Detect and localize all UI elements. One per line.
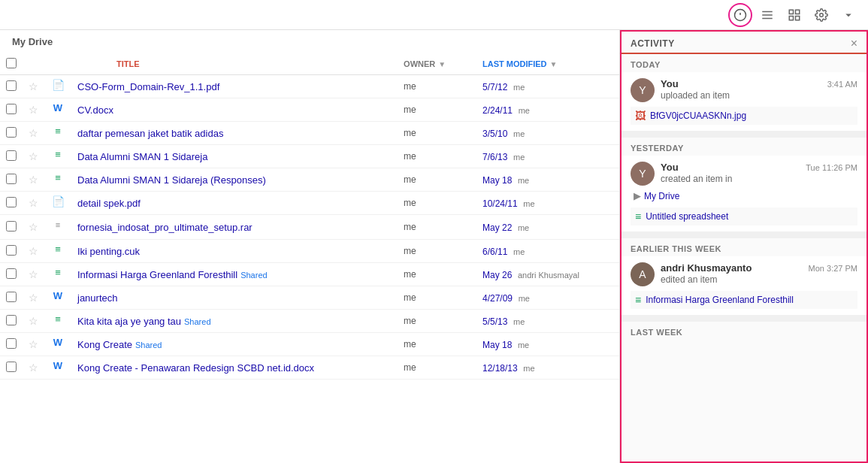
star-icon[interactable]: ☆ [29, 292, 38, 304]
grid-view-button[interactable] [782, 3, 806, 27]
file-name-cell[interactable]: CSO-Form_Domain-Rev_1.1.pdf [71, 75, 398, 98]
star-icon[interactable]: ☆ [29, 268, 38, 280]
star-icon[interactable]: ☆ [29, 362, 38, 374]
row-checkbox[interactable] [6, 80, 17, 91]
star-icon[interactable]: ☆ [29, 174, 38, 186]
activity-file[interactable]: ≡ Untitled spreadsheet [631, 207, 857, 225]
file-name[interactable]: CSO-Form_Domain-Rev_1.1.pdf [77, 81, 219, 92]
star-cell[interactable]: ☆ [23, 75, 44, 98]
file-name[interactable]: Data Alumni SMAN 1 Sidareja (Responses) [77, 174, 266, 186]
file-name[interactable]: Informasi Harga Greenland ForesthillShar… [77, 269, 268, 280]
table-row[interactable]: ☆ ≡ daftar pemesan jaket batik adidas me… [0, 122, 619, 145]
activity-close-button[interactable]: × [851, 38, 857, 50]
file-name-cell[interactable]: Kong CreateShared [71, 333, 398, 356]
table-row[interactable]: ☆ ≡ Iki penting.cuk me 6/6/11 me [0, 240, 619, 263]
star-cell[interactable]: ☆ [23, 98, 44, 122]
star-cell[interactable]: ☆ [23, 145, 44, 168]
file-name[interactable]: fornesia_indosat_pro_ultimate_setup.rar [77, 222, 253, 233]
file-area[interactable]: My Drive TITLE OWNER [0, 30, 620, 463]
star-cell[interactable]: ☆ [23, 286, 44, 310]
row-checkbox[interactable] [6, 338, 17, 349]
file-name-cell[interactable]: Data Alumni SMAN 1 Sidareja (Responses) [71, 168, 398, 192]
file-name-cell[interactable]: CV.docx [71, 98, 398, 122]
star-icon[interactable]: ☆ [29, 245, 38, 257]
activity-file[interactable]: ≡ Informasi Harga Greenland Foresthill [631, 291, 857, 309]
file-name-cell[interactable]: fornesia_indosat_pro_ultimate_setup.rar [71, 215, 398, 240]
table-row[interactable]: ☆ W janurtech me 4/27/09 me [0, 286, 619, 310]
star-icon[interactable]: ☆ [29, 150, 38, 162]
star-cell[interactable]: ☆ [23, 215, 44, 240]
star-icon[interactable]: ☆ [29, 104, 38, 116]
table-row[interactable]: ☆ 📄 detail spek.pdf me 10/24/11 me [0, 192, 619, 215]
file-name[interactable]: daftar pemesan jaket batik adidas [77, 128, 223, 139]
more-dropdown-button[interactable] [836, 3, 860, 27]
file-name[interactable]: Iki penting.cuk [77, 246, 140, 257]
activity-file-name[interactable]: Informasi Harga Greenland Foresthill [646, 295, 794, 305]
modified-date: May 18 [482, 175, 512, 186]
table-row[interactable]: ☆ ≡ Data Alumni SMAN 1 Sidareja (Respons… [0, 168, 619, 192]
star-cell[interactable]: ☆ [23, 356, 44, 380]
file-name[interactable]: CV.docx [77, 104, 113, 116]
star-icon[interactable]: ☆ [29, 127, 38, 139]
file-name-cell[interactable]: detail spek.pdf [71, 192, 398, 215]
file-name[interactable]: Data Alumni SMAN 1 Sidareja [77, 151, 207, 162]
activity-info-button[interactable] [728, 3, 752, 27]
row-checkbox[interactable] [6, 127, 17, 138]
star-icon[interactable]: ☆ [29, 197, 38, 209]
table-row[interactable]: ☆ ≡ Data Alumni SMAN 1 Sidareja me 7/6/1… [0, 145, 619, 168]
star-cell[interactable]: ☆ [23, 263, 44, 286]
row-checkbox[interactable] [6, 292, 17, 302]
row-checkbox[interactable] [6, 245, 17, 256]
file-name[interactable]: janurtech [77, 292, 117, 304]
star-icon[interactable]: ☆ [29, 338, 38, 350]
table-row[interactable]: ☆ ≡ Informasi Harga Greenland Foresthill… [0, 263, 619, 286]
table-row[interactable]: ☆ 📄 CSO-Form_Domain-Rev_1.1.pdf me 5/7/1… [0, 75, 619, 98]
owner-cell: me [398, 145, 476, 168]
star-cell[interactable]: ☆ [23, 122, 44, 145]
row-checkbox[interactable] [6, 221, 17, 232]
activity-file[interactable]: 🖼 BfGV0jcCUAASKNn.jpg [631, 107, 857, 125]
row-checkbox[interactable] [6, 104, 17, 114]
star-cell[interactable]: ☆ [23, 310, 44, 333]
location-name[interactable]: My Drive [644, 191, 679, 201]
file-name-cell[interactable]: daftar pemesan jaket batik adidas [71, 122, 398, 145]
table-row[interactable]: ☆ ≡ fornesia_indosat_pro_ultimate_setup.… [0, 215, 619, 240]
modified-column-header[interactable]: LAST MODIFIED ▼ [476, 53, 619, 75]
row-checkbox[interactable] [6, 268, 17, 279]
row-checkbox[interactable] [6, 174, 17, 184]
table-row[interactable]: ☆ W Kong Create - Penawaran Redesign SCB… [0, 356, 619, 380]
star-cell[interactable]: ☆ [23, 333, 44, 356]
table-row[interactable]: ☆ W Kong CreateShared me May 18 me [0, 333, 619, 356]
star-icon[interactable]: ☆ [29, 80, 38, 92]
star-cell[interactable]: ☆ [23, 192, 44, 215]
file-name[interactable]: Kong CreateShared [77, 339, 162, 350]
star-cell[interactable]: ☆ [23, 240, 44, 263]
list-view-button[interactable] [755, 3, 779, 27]
file-name-cell[interactable]: Data Alumni SMAN 1 Sidareja [71, 145, 398, 168]
activity-file-name[interactable]: BfGV0jcCUAASKNn.jpg [650, 110, 746, 121]
file-name-cell[interactable]: Kong Create - Penawaran Redesign SCBD ne… [71, 356, 398, 380]
table-row[interactable]: ☆ W CV.docx me 2/24/11 me [0, 98, 619, 122]
owner-column-header[interactable]: OWNER ▼ [398, 53, 476, 75]
row-checkbox[interactable] [6, 315, 17, 325]
star-icon[interactable]: ☆ [29, 221, 38, 233]
activity-item-header: Y You Tue 11:26 PM created an item in [631, 162, 857, 186]
file-name[interactable]: detail spek.pdf [77, 198, 141, 209]
star-cell[interactable]: ☆ [23, 168, 44, 192]
star-icon[interactable]: ☆ [29, 315, 38, 327]
row-checkbox[interactable] [6, 150, 17, 161]
select-all-checkbox[interactable] [6, 58, 17, 68]
title-column-header[interactable]: TITLE [71, 53, 398, 75]
row-checkbox[interactable] [6, 197, 17, 207]
settings-button[interactable] [809, 3, 833, 27]
breadcrumb[interactable]: My Drive [0, 30, 619, 53]
activity-file-name[interactable]: Untitled spreadsheet [646, 211, 728, 222]
row-checkbox[interactable] [6, 362, 17, 372]
file-name-cell[interactable]: janurtech [71, 286, 398, 310]
file-name-cell[interactable]: Iki penting.cuk [71, 240, 398, 263]
file-name-cell[interactable]: Kita kita aja ye yang tauShared [71, 310, 398, 333]
file-name-cell[interactable]: Informasi Harga Greenland ForesthillShar… [71, 263, 398, 286]
table-row[interactable]: ☆ ≡ Kita kita aja ye yang tauShared me 5… [0, 310, 619, 333]
file-name[interactable]: Kita kita aja ye yang tauShared [77, 316, 211, 327]
file-name[interactable]: Kong Create - Penawaran Redesign SCBD ne… [77, 362, 314, 374]
